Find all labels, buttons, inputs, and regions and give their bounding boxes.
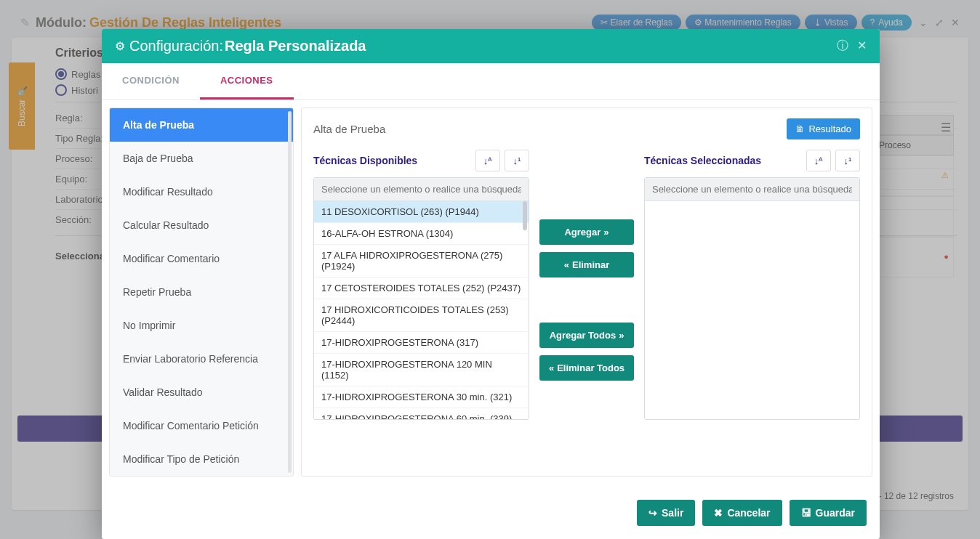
info-icon[interactable]: ⓘ xyxy=(837,38,848,54)
sidebar-item-repetir-prueba[interactable]: Repetir Prueba xyxy=(110,275,293,309)
actions-list: Alta de Prueba Baja de Prueba Modificar … xyxy=(109,108,294,477)
list-item[interactable]: 17-HIDROXIPROGESTERONA 30 min. (321) xyxy=(314,386,529,408)
sidebar-item-baja-prueba[interactable]: Baja de Prueba xyxy=(110,142,293,175)
tab-condicion[interactable]: CONDICIÓN xyxy=(102,63,200,100)
agregar-label: Agregar xyxy=(564,227,601,238)
sort-az-button[interactable]: ↓ᴬ xyxy=(475,150,500,171)
available-listbox: 11 DESOXICORTISOL (263) (P1944) 16-ALFA-… xyxy=(313,177,529,420)
eliminar-button[interactable]: «Eliminar xyxy=(539,252,634,277)
cancel-icon: ✖ xyxy=(714,507,723,519)
chevron-right-icon: » xyxy=(603,227,609,238)
agregar-todos-label: Agregar Todos xyxy=(550,330,616,341)
sidebar-item-calcular-resultado[interactable]: Calcular Resultado xyxy=(110,208,293,242)
agregar-todos-button[interactable]: Agregar Todos» xyxy=(539,323,634,348)
list-item[interactable]: 17-HIDROXIPROGESTERONA 120 MIN (1152) xyxy=(314,354,529,386)
chevron-left-icon: « xyxy=(564,259,569,270)
document-icon: 🗎 xyxy=(795,123,805,134)
eliminar-todos-label: Eliminar Todos xyxy=(557,362,624,373)
transfer-buttons: Agregar» «Eliminar Agregar Todos» «Elimi… xyxy=(539,150,634,420)
guardar-button[interactable]: 🖫Guardar xyxy=(790,500,867,526)
modal-footer: ↪Salir ✖Cancelar 🖫Guardar xyxy=(102,490,880,539)
resultado-label: Resultado xyxy=(808,123,851,134)
sidebar-item-modificar-comentario-peticion[interactable]: Modificar Comentario Petición xyxy=(110,409,293,442)
sidebar-item-validar-resultado[interactable]: Validar Resultado xyxy=(110,376,293,409)
available-column: Técnicas Disponibles ↓ᴬ ↓¹ 11 DESOXICORT… xyxy=(313,150,529,420)
modal-tabs: CONDICIÓN ACCIONES xyxy=(102,63,880,100)
gear-icon: ⚙ xyxy=(115,39,125,53)
list-item[interactable]: 17 ALFA HIDROXIPROGESTERONA (275) (P1924… xyxy=(314,245,529,277)
modal-title-prefix: Configuración: xyxy=(129,38,223,54)
modal-header: ⚙ Configuración: Regla Personalizada ⓘ ✕ xyxy=(102,29,880,63)
salir-button[interactable]: ↪Salir xyxy=(637,500,695,526)
eliminar-label: Eliminar xyxy=(572,259,609,270)
selected-listbox xyxy=(644,177,860,420)
selected-column: Técnicas Seleccionadas ↓ᴬ ↓¹ xyxy=(644,150,860,420)
list-item[interactable]: 16-ALFA-OH ESTRONA (1304) xyxy=(314,223,529,245)
close-icon[interactable]: ✕ xyxy=(857,38,867,54)
sort-19-button[interactable]: ↓¹ xyxy=(505,150,529,171)
sidebar-scrollbar[interactable] xyxy=(288,111,292,473)
chevron-left-icon: « xyxy=(549,362,554,373)
sidebar-item-no-imprimir[interactable]: No Imprimir xyxy=(110,309,293,342)
salir-label: Salir xyxy=(662,507,683,519)
list-item[interactable]: 17-HIDROXIPROGESTERONA (317) xyxy=(314,332,529,354)
content-title: Alta de Prueba xyxy=(313,123,385,135)
list-item[interactable]: 17 HIDROXICORTICOIDES TOTALES (253) (P24… xyxy=(314,299,529,332)
list-item[interactable]: 17-HIDROXIPROGESTERONA 60 min. (339) xyxy=(314,408,529,419)
action-content: Alta de Prueba 🗎 Resultado Técnicas Disp… xyxy=(301,108,872,477)
exit-icon: ↪ xyxy=(648,507,657,519)
resultado-button[interactable]: 🗎 Resultado xyxy=(787,118,860,139)
sort-az-button[interactable]: ↓ᴬ xyxy=(806,150,831,171)
config-modal: ⚙ Configuración: Regla Personalizada ⓘ ✕… xyxy=(102,29,880,539)
agregar-button[interactable]: Agregar» xyxy=(539,219,634,245)
sidebar-item-modificar-comentario[interactable]: Modificar Comentario xyxy=(110,242,293,275)
list-item[interactable]: 11 DESOXICORTISOL (263) (P1944) xyxy=(314,201,529,223)
modal-body: Alta de Prueba Baja de Prueba Modificar … xyxy=(102,100,880,490)
selected-label: Técnicas Seleccionadas xyxy=(644,155,761,166)
cancelar-label: Cancelar xyxy=(727,507,770,519)
chevron-right-icon: » xyxy=(619,330,624,341)
list-item[interactable]: 17 CETOSTEROIDES TOTALES (252) (P2437) xyxy=(314,277,529,299)
available-search-input[interactable] xyxy=(314,178,529,201)
sidebar-item-enviar-lab[interactable]: Enviar Laboratorio Referencia xyxy=(110,342,293,376)
sidebar-item-modificar-tipo-peticion[interactable]: Modificar Tipo de Petición xyxy=(110,442,293,476)
guardar-label: Guardar xyxy=(816,507,855,519)
sidebar-item-alta-prueba[interactable]: Alta de Prueba xyxy=(110,108,293,142)
selected-search-input[interactable] xyxy=(645,178,859,201)
listbox-scrollbar[interactable] xyxy=(523,201,527,230)
sort-19-button[interactable]: ↓¹ xyxy=(835,150,860,171)
eliminar-todos-button[interactable]: «Eliminar Todos xyxy=(539,355,634,381)
modal-title: Regla Personalizada xyxy=(225,38,366,54)
available-label: Técnicas Disponibles xyxy=(313,155,417,166)
cancelar-button[interactable]: ✖Cancelar xyxy=(702,500,782,526)
save-icon: 🖫 xyxy=(801,507,811,519)
tab-acciones[interactable]: ACCIONES xyxy=(200,63,294,100)
sidebar-item-modificar-resultado[interactable]: Modificar Resultado xyxy=(110,175,293,208)
